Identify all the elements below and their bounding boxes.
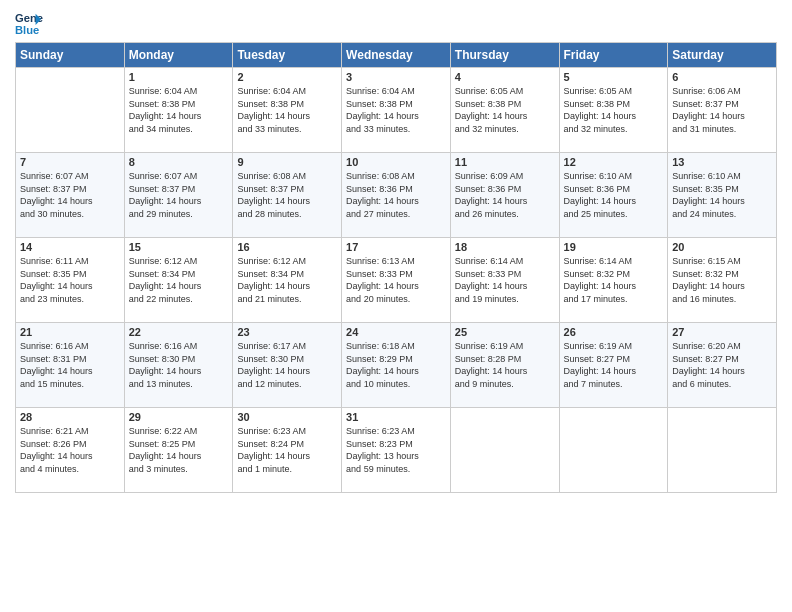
day-number: 9 <box>237 156 337 168</box>
day-info: Sunrise: 6:22 AM Sunset: 8:25 PM Dayligh… <box>129 425 229 475</box>
day-number: 25 <box>455 326 555 338</box>
day-info: Sunrise: 6:14 AM Sunset: 8:32 PM Dayligh… <box>564 255 664 305</box>
calendar-cell: 8Sunrise: 6:07 AM Sunset: 8:37 PM Daylig… <box>124 153 233 238</box>
calendar-cell: 7Sunrise: 6:07 AM Sunset: 8:37 PM Daylig… <box>16 153 125 238</box>
calendar-cell: 13Sunrise: 6:10 AM Sunset: 8:35 PM Dayli… <box>668 153 777 238</box>
day-number: 22 <box>129 326 229 338</box>
col-header-friday: Friday <box>559 43 668 68</box>
calendar-cell: 14Sunrise: 6:11 AM Sunset: 8:35 PM Dayli… <box>16 238 125 323</box>
calendar-cell: 12Sunrise: 6:10 AM Sunset: 8:36 PM Dayli… <box>559 153 668 238</box>
day-info: Sunrise: 6:04 AM Sunset: 8:38 PM Dayligh… <box>129 85 229 135</box>
day-info: Sunrise: 6:08 AM Sunset: 8:37 PM Dayligh… <box>237 170 337 220</box>
day-number: 27 <box>672 326 772 338</box>
day-info: Sunrise: 6:06 AM Sunset: 8:37 PM Dayligh… <box>672 85 772 135</box>
day-info: Sunrise: 6:20 AM Sunset: 8:27 PM Dayligh… <box>672 340 772 390</box>
calendar-cell: 15Sunrise: 6:12 AM Sunset: 8:34 PM Dayli… <box>124 238 233 323</box>
calendar-cell <box>559 408 668 493</box>
day-info: Sunrise: 6:07 AM Sunset: 8:37 PM Dayligh… <box>20 170 120 220</box>
calendar-week-2: 7Sunrise: 6:07 AM Sunset: 8:37 PM Daylig… <box>16 153 777 238</box>
calendar-cell: 19Sunrise: 6:14 AM Sunset: 8:32 PM Dayli… <box>559 238 668 323</box>
day-info: Sunrise: 6:09 AM Sunset: 8:36 PM Dayligh… <box>455 170 555 220</box>
calendar-cell: 21Sunrise: 6:16 AM Sunset: 8:31 PM Dayli… <box>16 323 125 408</box>
header: General Blue <box>15 10 777 38</box>
day-number: 10 <box>346 156 446 168</box>
day-info: Sunrise: 6:08 AM Sunset: 8:36 PM Dayligh… <box>346 170 446 220</box>
day-number: 18 <box>455 241 555 253</box>
day-number: 14 <box>20 241 120 253</box>
calendar-cell <box>668 408 777 493</box>
day-info: Sunrise: 6:16 AM Sunset: 8:31 PM Dayligh… <box>20 340 120 390</box>
day-info: Sunrise: 6:07 AM Sunset: 8:37 PM Dayligh… <box>129 170 229 220</box>
calendar-header-row: SundayMondayTuesdayWednesdayThursdayFrid… <box>16 43 777 68</box>
day-info: Sunrise: 6:13 AM Sunset: 8:33 PM Dayligh… <box>346 255 446 305</box>
day-info: Sunrise: 6:16 AM Sunset: 8:30 PM Dayligh… <box>129 340 229 390</box>
calendar-cell: 5Sunrise: 6:05 AM Sunset: 8:38 PM Daylig… <box>559 68 668 153</box>
logo: General Blue <box>15 10 43 38</box>
day-info: Sunrise: 6:14 AM Sunset: 8:33 PM Dayligh… <box>455 255 555 305</box>
calendar-cell: 4Sunrise: 6:05 AM Sunset: 8:38 PM Daylig… <box>450 68 559 153</box>
day-number: 26 <box>564 326 664 338</box>
day-number: 28 <box>20 411 120 423</box>
day-number: 23 <box>237 326 337 338</box>
day-info: Sunrise: 6:11 AM Sunset: 8:35 PM Dayligh… <box>20 255 120 305</box>
day-info: Sunrise: 6:23 AM Sunset: 8:24 PM Dayligh… <box>237 425 337 475</box>
calendar-cell <box>16 68 125 153</box>
calendar-table: SundayMondayTuesdayWednesdayThursdayFrid… <box>15 42 777 493</box>
calendar-cell: 18Sunrise: 6:14 AM Sunset: 8:33 PM Dayli… <box>450 238 559 323</box>
calendar-week-1: 1Sunrise: 6:04 AM Sunset: 8:38 PM Daylig… <box>16 68 777 153</box>
col-header-thursday: Thursday <box>450 43 559 68</box>
svg-text:Blue: Blue <box>15 24 39 36</box>
day-number: 19 <box>564 241 664 253</box>
calendar-week-5: 28Sunrise: 6:21 AM Sunset: 8:26 PM Dayli… <box>16 408 777 493</box>
day-info: Sunrise: 6:05 AM Sunset: 8:38 PM Dayligh… <box>564 85 664 135</box>
day-number: 16 <box>237 241 337 253</box>
day-info: Sunrise: 6:04 AM Sunset: 8:38 PM Dayligh… <box>237 85 337 135</box>
day-info: Sunrise: 6:12 AM Sunset: 8:34 PM Dayligh… <box>237 255 337 305</box>
day-number: 2 <box>237 71 337 83</box>
day-info: Sunrise: 6:18 AM Sunset: 8:29 PM Dayligh… <box>346 340 446 390</box>
calendar-cell: 9Sunrise: 6:08 AM Sunset: 8:37 PM Daylig… <box>233 153 342 238</box>
calendar-cell <box>450 408 559 493</box>
calendar-cell: 20Sunrise: 6:15 AM Sunset: 8:32 PM Dayli… <box>668 238 777 323</box>
page-container: General Blue SundayMondayTuesdayWednesda… <box>0 0 792 501</box>
day-info: Sunrise: 6:05 AM Sunset: 8:38 PM Dayligh… <box>455 85 555 135</box>
day-number: 3 <box>346 71 446 83</box>
calendar-cell: 6Sunrise: 6:06 AM Sunset: 8:37 PM Daylig… <box>668 68 777 153</box>
calendar-week-4: 21Sunrise: 6:16 AM Sunset: 8:31 PM Dayli… <box>16 323 777 408</box>
calendar-cell: 27Sunrise: 6:20 AM Sunset: 8:27 PM Dayli… <box>668 323 777 408</box>
day-number: 6 <box>672 71 772 83</box>
day-info: Sunrise: 6:19 AM Sunset: 8:27 PM Dayligh… <box>564 340 664 390</box>
calendar-cell: 24Sunrise: 6:18 AM Sunset: 8:29 PM Dayli… <box>342 323 451 408</box>
day-number: 29 <box>129 411 229 423</box>
calendar-cell: 3Sunrise: 6:04 AM Sunset: 8:38 PM Daylig… <box>342 68 451 153</box>
calendar-week-3: 14Sunrise: 6:11 AM Sunset: 8:35 PM Dayli… <box>16 238 777 323</box>
calendar-cell: 22Sunrise: 6:16 AM Sunset: 8:30 PM Dayli… <box>124 323 233 408</box>
col-header-tuesday: Tuesday <box>233 43 342 68</box>
day-number: 17 <box>346 241 446 253</box>
day-info: Sunrise: 6:23 AM Sunset: 8:23 PM Dayligh… <box>346 425 446 475</box>
day-number: 31 <box>346 411 446 423</box>
calendar-cell: 17Sunrise: 6:13 AM Sunset: 8:33 PM Dayli… <box>342 238 451 323</box>
day-info: Sunrise: 6:17 AM Sunset: 8:30 PM Dayligh… <box>237 340 337 390</box>
calendar-cell: 26Sunrise: 6:19 AM Sunset: 8:27 PM Dayli… <box>559 323 668 408</box>
calendar-cell: 29Sunrise: 6:22 AM Sunset: 8:25 PM Dayli… <box>124 408 233 493</box>
day-info: Sunrise: 6:21 AM Sunset: 8:26 PM Dayligh… <box>20 425 120 475</box>
day-number: 21 <box>20 326 120 338</box>
day-number: 5 <box>564 71 664 83</box>
day-number: 1 <box>129 71 229 83</box>
day-info: Sunrise: 6:12 AM Sunset: 8:34 PM Dayligh… <box>129 255 229 305</box>
day-info: Sunrise: 6:15 AM Sunset: 8:32 PM Dayligh… <box>672 255 772 305</box>
calendar-cell: 16Sunrise: 6:12 AM Sunset: 8:34 PM Dayli… <box>233 238 342 323</box>
calendar-cell: 31Sunrise: 6:23 AM Sunset: 8:23 PM Dayli… <box>342 408 451 493</box>
calendar-cell: 1Sunrise: 6:04 AM Sunset: 8:38 PM Daylig… <box>124 68 233 153</box>
day-number: 20 <box>672 241 772 253</box>
day-info: Sunrise: 6:04 AM Sunset: 8:38 PM Dayligh… <box>346 85 446 135</box>
day-info: Sunrise: 6:19 AM Sunset: 8:28 PM Dayligh… <box>455 340 555 390</box>
day-number: 7 <box>20 156 120 168</box>
calendar-cell: 2Sunrise: 6:04 AM Sunset: 8:38 PM Daylig… <box>233 68 342 153</box>
col-header-saturday: Saturday <box>668 43 777 68</box>
calendar-cell: 10Sunrise: 6:08 AM Sunset: 8:36 PM Dayli… <box>342 153 451 238</box>
logo-icon: General Blue <box>15 10 43 38</box>
col-header-monday: Monday <box>124 43 233 68</box>
day-number: 24 <box>346 326 446 338</box>
